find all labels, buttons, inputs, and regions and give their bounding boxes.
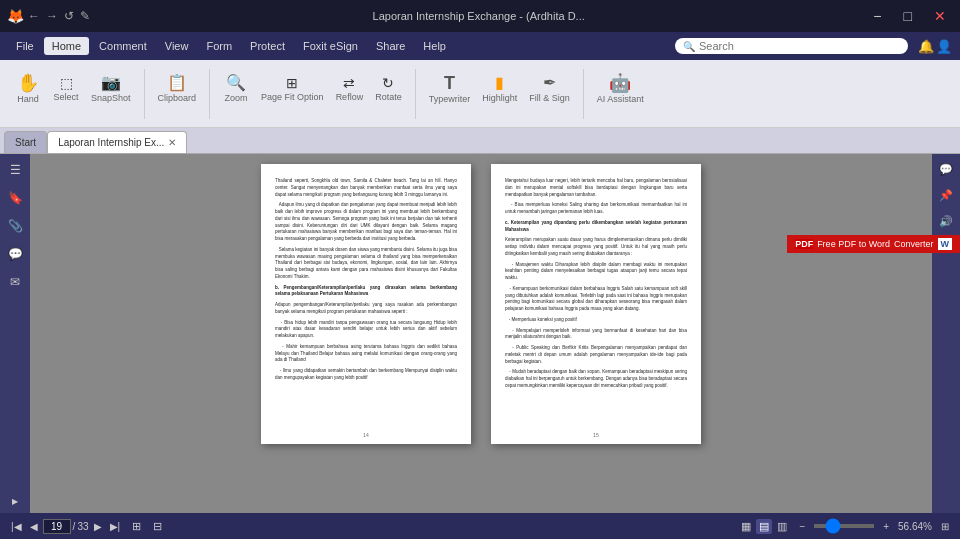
nav-back[interactable]: ← [28, 9, 40, 23]
menu-view[interactable]: View [157, 37, 197, 55]
current-page-input[interactable] [43, 519, 71, 534]
select-label: Select [53, 92, 78, 102]
menu-foxit-esign[interactable]: Foxit eSign [295, 37, 366, 55]
tool-bookmark[interactable]: 🔖 [3, 186, 27, 210]
menu-form[interactable]: Form [198, 37, 240, 55]
prev-page-btn[interactable]: ◀ [27, 520, 41, 533]
ribbon-select-btn[interactable]: ⬚ Select [48, 64, 84, 114]
zoom-out-btn[interactable]: − [796, 520, 808, 533]
next-page-btn[interactable]: ▶ [91, 520, 105, 533]
pdf-icon: PDF [795, 239, 813, 249]
ribbon-clipboard-items: 📋 Clipboard [153, 64, 202, 123]
ribbon-rotate-btn[interactable]: ↻ Rotate [370, 64, 407, 114]
maximize-button[interactable]: □ [898, 6, 918, 26]
tab-bar: Start Laporan Internship Ex... ✕ PDF Fre… [0, 128, 960, 154]
ribbon-snapshot-btn[interactable]: 📷 SnapShot [86, 64, 136, 114]
first-page-btn[interactable]: |◀ [8, 520, 25, 533]
pdf-banner-sub: Converter [894, 239, 934, 249]
pdf-page-15: Mengetahui budaya luar negeri, lebih ter… [491, 164, 701, 444]
menu-file[interactable]: File [8, 37, 42, 55]
menu-protect[interactable]: Protect [242, 37, 293, 55]
ribbon-pagefit-btn[interactable]: ⊞ Page Fit Option [256, 64, 329, 114]
nav-forward[interactable]: → [46, 9, 58, 23]
hand-icon: ✋ [17, 74, 39, 92]
ribbon-sep-4 [583, 69, 584, 119]
last-page-btn[interactable]: ▶| [107, 520, 124, 533]
pdf-converter-banner[interactable]: PDF Free PDF to Word Converter W [787, 235, 960, 253]
pagefit-label: Page Fit Option [261, 92, 324, 102]
menu-help[interactable]: Help [415, 37, 454, 55]
close-button[interactable]: ✕ [928, 6, 952, 26]
ribbon-typewriter-btn[interactable]: T Typewriter [424, 64, 476, 114]
ribbon-hand-btn[interactable]: ✋ Hand [10, 64, 46, 114]
ribbon-highlight-btn[interactable]: ▮ Highlight [477, 64, 522, 114]
highlight-label: Highlight [482, 93, 517, 103]
search-input[interactable] [699, 40, 900, 52]
notification-icon[interactable]: 🔔 [918, 39, 934, 54]
ribbon-zoom-btn[interactable]: 🔍 Zoom [218, 64, 254, 114]
ribbon-items: ✋ Hand ⬚ Select 📷 SnapShot [10, 64, 136, 123]
tab-close-btn[interactable]: ✕ [168, 137, 176, 148]
page-separator: / [73, 521, 76, 532]
clipboard-icon: 📋 [167, 75, 187, 91]
right-tool-audio[interactable]: 🔊 [935, 210, 957, 232]
window-controls[interactable]: 🦊 ← → ↺ ✎ [8, 9, 90, 23]
page-navigation: |◀ ◀ / 33 ▶ ▶| [8, 519, 123, 534]
view-mode-buttons: ▦ ▤ ▥ [738, 519, 790, 534]
ribbon-sep-2 [209, 69, 210, 119]
tool-menu[interactable]: ☰ [3, 158, 27, 182]
right-tool-pin[interactable]: 📌 [935, 184, 957, 206]
right-tool-comment[interactable]: 💬 [935, 158, 957, 180]
tool-signature[interactable]: ✉ [3, 270, 27, 294]
zoom-slider[interactable] [814, 524, 874, 528]
zoom-level: 56.64% [898, 521, 932, 532]
ribbon-ai-items: 🤖 AI Assistant [592, 64, 649, 123]
window-title: Laporan Internship Exchange - (Ardhita D… [373, 10, 585, 22]
rotate-icon: ↻ [382, 76, 394, 90]
ribbon-reflow-btn[interactable]: ⇄ Reflow [331, 64, 369, 114]
user-icon[interactable]: 👤 [936, 39, 952, 54]
tab-document-label: Laporan Internship Ex... [58, 137, 164, 148]
pdf-pages-area: Thailand seperti, Songkhla old town, Sam… [30, 154, 932, 513]
split-view-btn[interactable]: ⊟ [150, 519, 165, 534]
ribbon-ai-btn[interactable]: 🤖 AI Assistant [592, 64, 649, 114]
two-page-btn[interactable]: ▤ [756, 519, 772, 534]
nav-edit[interactable]: ✎ [80, 9, 90, 23]
highlight-icon: ▮ [495, 75, 504, 91]
ribbon-fillsign-btn[interactable]: ✒ Fill & Sign [524, 64, 575, 114]
menu-comment[interactable]: Comment [91, 37, 155, 55]
copy-pages-btn[interactable]: ⊞ [129, 519, 144, 534]
status-left: |◀ ◀ / 33 ▶ ▶| ⊞ ⊟ [8, 519, 165, 534]
tool-attachment[interactable]: 📎 [3, 214, 27, 238]
ribbon-clipboard-btn[interactable]: 📋 Clipboard [153, 64, 202, 114]
single-page-btn[interactable]: ▦ [738, 519, 754, 534]
menu-home[interactable]: Home [44, 37, 89, 55]
nav-refresh[interactable]: ↺ [64, 9, 74, 23]
pagefit-icon: ⊞ [286, 76, 298, 90]
typewriter-icon: T [444, 74, 455, 92]
page-15-number: 15 [593, 432, 599, 438]
zoom-icon: 🔍 [226, 75, 246, 91]
expand-arrow[interactable]: ▶ [3, 489, 27, 513]
fullscreen-btn[interactable]: ⊞ [938, 520, 952, 533]
search-box[interactable]: 🔍 [675, 38, 908, 54]
tab-document[interactable]: Laporan Internship Ex... ✕ [47, 131, 187, 153]
main-content: ☰ 🔖 📎 💬 ✉ ▶ Thailand seperti, Songkhla o… [0, 154, 960, 513]
tool-comment[interactable]: 💬 [3, 242, 27, 266]
continuous-btn[interactable]: ▥ [774, 519, 790, 534]
minimize-button[interactable]: − [867, 6, 887, 26]
reflow-icon: ⇄ [343, 76, 355, 90]
status-bar: |◀ ◀ / 33 ▶ ▶| ⊞ ⊟ ▦ ▤ ▥ − + 56.64% ⊞ [0, 513, 960, 539]
page-14-content: Thailand seperti, Songkhla old town, Sam… [275, 178, 457, 424]
ribbon-zoom-items: 🔍 Zoom ⊞ Page Fit Option ⇄ Reflow ↻ Rota… [218, 64, 407, 123]
tab-start[interactable]: Start [4, 131, 47, 153]
reflow-label: Reflow [336, 92, 364, 102]
page-14-number: 14 [363, 432, 369, 438]
ribbon-group-clipboard: 📋 Clipboard [151, 60, 204, 127]
right-sidebar: 💬 📌 🔊 [932, 154, 960, 513]
window-action-buttons: − □ ✕ [867, 6, 952, 26]
fillsign-label: Fill & Sign [529, 93, 570, 103]
ribbon-group-zoom: 🔍 Zoom ⊞ Page Fit Option ⇄ Reflow ↻ Rota… [216, 60, 409, 127]
zoom-in-btn[interactable]: + [880, 520, 892, 533]
menu-share[interactable]: Share [368, 37, 413, 55]
